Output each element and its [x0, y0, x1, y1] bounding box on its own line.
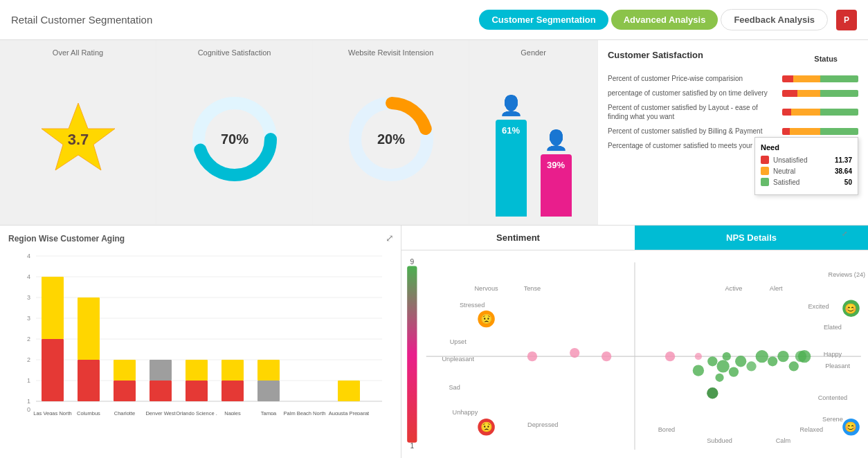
- sat-bar-1: [782, 75, 858, 82]
- cognitive-satisfaction-panel: Cognitive Satisfaction 70%: [156, 40, 313, 225]
- expand-sentiment-icon[interactable]: ⤢: [842, 230, 847, 237]
- svg-text:Orlando Science .: Orlando Science .: [176, 410, 217, 415]
- tab-sentiment[interactable]: Sentiment: [401, 226, 635, 250]
- satisfaction-row-1: Percent of customer Price-wise comparisi…: [608, 74, 858, 83]
- tooltip-value-satisfied: 50: [844, 178, 852, 186]
- svg-text:Palm Beach North: Palm Beach North: [284, 410, 326, 415]
- tooltip-value-neutral: 38.64: [835, 167, 852, 175]
- satisfaction-row-3: Percent of customer satisfied by Layout …: [608, 103, 858, 121]
- svg-rect-25: [42, 339, 64, 401]
- sentiment-chart: 9 1 Nervous Tense Stressed Active Alert …: [401, 250, 868, 458]
- svg-rect-50: [407, 266, 417, 442]
- tooltip-row-satisfied: Satisfied 50: [761, 178, 852, 186]
- svg-text:Columbus: Columbus: [77, 410, 100, 415]
- svg-text:Naples: Naples: [224, 410, 241, 415]
- tab-advanced-analysis[interactable]: Advanced Analysis: [611, 10, 718, 30]
- gender-title: Gender: [521, 48, 546, 57]
- svg-text:Excited: Excited: [808, 303, 829, 310]
- svg-text:Serene: Serene: [822, 416, 843, 423]
- svg-text:3.7: 3.7: [67, 131, 89, 148]
- app-title: Retail Customer Segmentation: [11, 14, 152, 26]
- satisfaction-row-2: percentage of customer satisfied by on t…: [608, 89, 858, 98]
- svg-point-99: [789, 361, 799, 371]
- svg-text:Unpleasant: Unpleasant: [442, 356, 474, 363]
- overall-rating-title: Over All Rating: [53, 48, 103, 57]
- svg-rect-48: [338, 381, 360, 401]
- svg-rect-32: [114, 381, 136, 401]
- svg-text:Happy: Happy: [824, 351, 842, 358]
- svg-point-101: [707, 387, 718, 399]
- svg-rect-36: [150, 360, 172, 381]
- svg-text:Active: Active: [725, 285, 742, 292]
- tooltip-label-satisfied: Satisfied: [773, 178, 840, 186]
- tab-nps[interactable]: NPS Details: [635, 226, 868, 250]
- region-bar-chart: 4 4 3 3 2 2 1 1 0 Las Vegas North Atlant…: [8, 249, 382, 415]
- svg-text:Subdued: Subdued: [707, 437, 732, 444]
- svg-text:Sad: Sad: [449, 384, 460, 391]
- svg-text:Bored: Bored: [658, 426, 676, 433]
- sentiment-content: 9 1 Nervous Tense Stressed Active Alert …: [401, 250, 868, 458]
- tooltip-color-green: [761, 178, 769, 186]
- sat-bar-2: [782, 90, 858, 97]
- svg-rect-39: [186, 360, 208, 381]
- svg-rect-38: [186, 381, 208, 401]
- svg-point-92: [729, 367, 739, 376]
- sat-label-1: Percent of customer Price-wise comparisi…: [608, 74, 777, 83]
- powerpoint-icon[interactable]: P: [836, 10, 857, 30]
- top-row: Over All Rating 3.7 Cognitive Satisfacti…: [0, 40, 868, 226]
- sat-bar-4: [782, 128, 858, 135]
- svg-text:Upset: Upset: [450, 338, 467, 345]
- svg-rect-35: [150, 381, 172, 401]
- cognitive-chart: 70%: [186, 91, 283, 187]
- gender-panel: Gender 👤 61% 👤 39%: [469, 40, 598, 225]
- svg-rect-29: [78, 360, 100, 401]
- overall-rating-panel: Over All Rating 3.7: [0, 40, 156, 225]
- svg-text:😟: 😟: [480, 313, 493, 325]
- svg-point-89: [693, 365, 704, 376]
- svg-rect-45: [257, 360, 280, 381]
- svg-point-95: [746, 361, 756, 371]
- svg-point-93: [723, 352, 731, 360]
- expand-icon[interactable]: ⤢: [386, 232, 394, 244]
- sentiment-panel: Sentiment NPS Details ⤢: [401, 226, 868, 458]
- svg-text:Reviews (24): Reviews (24): [829, 271, 866, 278]
- region-chart-title: Region Wise Customer Aging: [8, 234, 392, 244]
- tooltip-title: Need: [761, 143, 852, 152]
- svg-text:4: 4: [27, 253, 30, 259]
- male-pct: 61%: [502, 125, 520, 136]
- app-container: Retail Customer Segmentation Customer Se…: [0, 0, 868, 458]
- svg-text:3: 3: [27, 315, 30, 322]
- svg-text:0: 0: [27, 406, 30, 413]
- svg-text:😟: 😟: [480, 421, 493, 433]
- svg-point-85: [570, 348, 579, 358]
- satisfaction-title: Customer Satisfaction: [608, 50, 703, 60]
- tab-feedback-analysis[interactable]: Feedback Analysis: [721, 9, 828, 30]
- tooltip-label-unsatisfied: Unsatisfied: [773, 156, 831, 164]
- svg-point-90: [707, 356, 717, 366]
- svg-text:Calm: Calm: [776, 437, 791, 444]
- female-pct: 39%: [547, 160, 565, 170]
- star-chart: 3.7: [37, 98, 120, 181]
- sat-label-5: Percentage of customer satisfied to meet…: [608, 141, 777, 150]
- svg-text:2: 2: [27, 356, 30, 363]
- female-figure: 👤 39%: [541, 129, 572, 217]
- satisfaction-tooltip: Need Unsatisfied 11.37 Neutral 38.64 Sat…: [754, 137, 858, 195]
- region-chart-panel: Region Wise Customer Aging ⤢ 4 4 3: [0, 226, 401, 458]
- svg-point-98: [777, 351, 788, 362]
- main-content: Over All Rating 3.7 Cognitive Satisfacti…: [0, 40, 868, 458]
- svg-text:Contented: Contented: [818, 394, 847, 401]
- tooltip-row-unsatisfied: Unsatisfied 11.37: [761, 156, 852, 164]
- website-donut: 20%: [343, 62, 440, 217]
- svg-rect-26: [42, 277, 64, 339]
- svg-point-87: [665, 351, 675, 361]
- satisfaction-panel: Customer Satisfaction Status Percent of …: [598, 40, 868, 225]
- tab-customer-segmentation[interactable]: Customer Segmentation: [479, 10, 608, 30]
- svg-text:Unhappy: Unhappy: [453, 409, 478, 416]
- svg-text:😊: 😊: [844, 302, 857, 315]
- svg-point-103: [795, 351, 806, 362]
- male-figure: 👤 61%: [496, 94, 527, 217]
- star-container: 3.7: [37, 62, 120, 217]
- svg-text:Alert: Alert: [770, 285, 783, 292]
- svg-text:9: 9: [410, 258, 414, 266]
- svg-text:3: 3: [27, 294, 30, 301]
